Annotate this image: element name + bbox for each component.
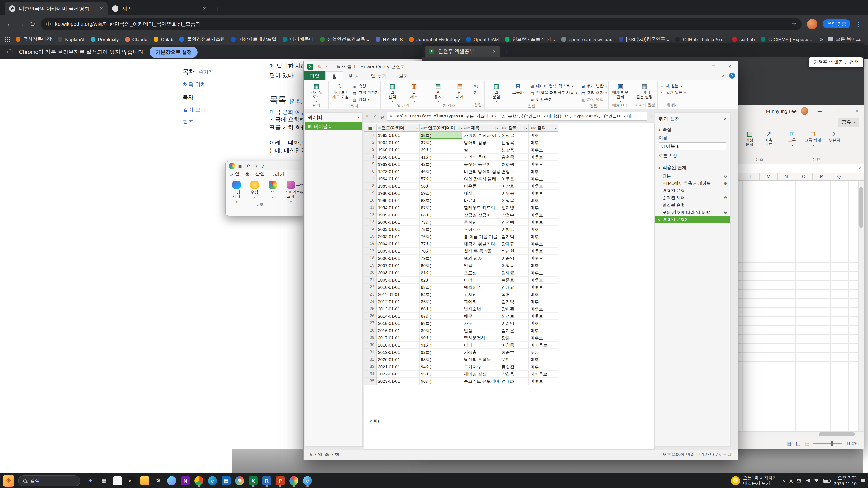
paint-menu-item[interactable]: 파일 <box>230 171 240 177</box>
applied-step[interactable]: HTML에서 추출된 테이블 ⚙ <box>655 180 730 187</box>
data-source-settings-button[interactable]: ▦데이터 원본 설정 <box>634 82 655 99</box>
bookmark-item[interactable]: HYDRUS <box>372 35 406 43</box>
formula-confirm-icon[interactable]: ✓ <box>372 114 378 119</box>
normal-view-icon[interactable]: ▦ <box>787 440 792 446</box>
manage-button[interactable]: ▥관리▾ <box>352 97 379 103</box>
quick-access-dropdown-icon[interactable]: ∨ <box>261 163 264 168</box>
bookmark-item[interactable]: OpenFOAM <box>463 35 502 43</box>
table-row[interactable]: 2 1964-01-01 37회) 벙어리 삼룡 신상옥 미후보 <box>364 139 558 147</box>
copilot-icon[interactable] <box>165 474 178 487</box>
table-row[interactable]: 26 2014-01-01 87회) 해무 심성보 미후보 <box>364 313 558 320</box>
table-row[interactable]: 32 2020-01-01 93회) 남산의 부장들 우민호 미후보 <box>364 356 558 363</box>
column-header[interactable]: P <box>813 173 831 180</box>
step-settings-gear-icon[interactable]: ⚙ <box>724 210 727 215</box>
ungroup-button[interactable]: ⊟그룹 해제▾ <box>802 130 824 147</box>
advanced-editor-button[interactable]: ▦고급 편집기 <box>352 90 379 96</box>
filter-dropdown-icon[interactable]: ▾ <box>495 126 498 129</box>
maximize-icon[interactable]: ▢ <box>705 61 721 71</box>
table-row[interactable]: 6 1973-01-01 46회) 비련의 벙어리 삼룡 변장호 미후보 <box>364 168 558 175</box>
paint-menu-item[interactable]: 홈 <box>245 171 250 177</box>
volume-icon[interactable] <box>805 479 810 483</box>
recent-sources-button[interactable]: ↻최근 원본▾ <box>659 90 686 96</box>
column-header[interactable]: O <box>795 173 813 180</box>
table-row[interactable]: 27 2015-01-01 88회) 사도 이준익 미후보 <box>364 320 558 327</box>
bookmark-item[interactable]: 기상자료개방포털 <box>228 35 280 43</box>
wiki-link[interactable]: 영화 예술 <box>282 109 307 115</box>
bookmarks-overflow-icon[interactable]: » <box>818 36 825 42</box>
all-bookmarks-button[interactable]: 모든 북마크 <box>828 36 864 42</box>
table-row[interactable]: 18 2006-01-01 79회) 왕의 남자 이준익 미후보 <box>364 255 558 262</box>
applied-step[interactable]: 승격된 헤더 ⚙ <box>655 194 730 201</box>
tab-close-icon[interactable]: ✕ <box>100 6 103 11</box>
edge-beta-icon[interactable]: e <box>301 474 314 487</box>
step-settings-gear-icon[interactable]: ⚙ <box>724 181 727 186</box>
powerpoint-icon[interactable]: P <box>274 474 287 487</box>
panel-close-icon[interactable]: ✕ <box>723 117 726 121</box>
column-header-cell[interactable]: ABC 제목 ▾ <box>463 124 500 132</box>
paint-menu-item[interactable]: 그리기 <box>270 171 284 177</box>
minimize-icon[interactable]: — <box>689 61 705 71</box>
weather-widget-icon[interactable]: ☀ <box>3 475 14 486</box>
terminal-icon[interactable]: >_ <box>125 474 137 487</box>
table-row[interactable]: 23 2011-01-01 84회) 고지전 장훈 미후보 <box>364 291 558 298</box>
pane-collapse-icon[interactable]: ‹ <box>358 115 360 120</box>
paint-icon[interactable] <box>287 474 300 487</box>
merge-queries-button[interactable]: ⊞쿼리 병합▾ <box>580 83 607 90</box>
table-row[interactable]: 13 2000-01-01 73회) 춘향뎐 임권택 미후보 <box>364 219 558 226</box>
table-row[interactable]: 14 2002-01-01 75회) 오아시스 이창동 미후보 <box>364 226 558 233</box>
bookmark-item[interactable]: 나라배움터 <box>280 35 317 43</box>
table-row[interactable]: 25 2013-01-01 86회) 범죄소년 강이관 미후보 <box>364 305 558 313</box>
properties-section-header[interactable]: ▴속성 <box>655 125 730 134</box>
toc-item[interactable]: 처음 위치 <box>183 81 213 89</box>
split-column-button[interactable]: ▥열 분할▾ <box>486 82 507 103</box>
page-layout-view-icon[interactable]: ▢ <box>796 440 801 446</box>
share-button[interactable]: 공유▾ <box>837 118 860 127</box>
bookmark-item[interactable]: 산업안전보건교육... <box>317 35 373 43</box>
formula-expand-icon[interactable]: ∨ <box>648 114 655 118</box>
toc-item[interactable]: 같이 보기 <box>183 106 213 114</box>
table-row[interactable]: 31 2019-01-01 92회) 기생충 봉준호 수상 <box>364 349 558 356</box>
battery-icon[interactable] <box>823 479 830 482</box>
new-source-button[interactable]: +새 원본▾ <box>659 83 686 90</box>
undo-icon[interactable]: ↶ <box>246 163 250 168</box>
rstudio-icon[interactable]: R <box>260 474 273 487</box>
ime-english-indicator[interactable]: A <box>789 478 793 483</box>
table-row[interactable]: 11 1994-01-01 67회) 헐리우드 키드의 ... 정지영 미후보 <box>364 204 558 212</box>
excel-horizontal-scrollbar[interactable] <box>738 431 864 437</box>
data-type-button[interactable]: ▦데이터 형식: 텍스트▾ <box>529 83 577 90</box>
browser-menu-icon[interactable]: ⋮ <box>856 21 862 27</box>
settings-icon[interactable]: ⚙ <box>152 474 164 487</box>
zoom-level[interactable]: 100% <box>846 441 859 446</box>
delete-step-icon[interactable]: ✕ <box>657 218 661 222</box>
file-explorer-icon[interactable] <box>138 474 151 487</box>
table-row[interactable]: 12 1995-01-01 68회) 삼공일 삼공이 박철수 미후보 <box>364 212 558 219</box>
bookmark-item[interactable]: GitHub - helske/se... <box>673 35 729 43</box>
feedback-smiley-icon[interactable]: ☺ <box>316 63 322 70</box>
back-icon[interactable]: ← <box>6 20 13 28</box>
table-row[interactable]: 3 1966-01-01 39회) 쌀 신상옥 미후보 <box>364 147 558 154</box>
column-header-cell[interactable]: ABC 감독 ▾ <box>500 124 529 132</box>
chrome-icon[interactable] <box>193 474 205 487</box>
pq-menu-tab[interactable]: 홈 <box>326 71 343 80</box>
edit-link[interactable]: [편집] <box>290 98 303 103</box>
table-row[interactable]: 29 2017-01-01 90회) 택시운전사 장훈 미후보 <box>364 334 558 341</box>
taskbar-search[interactable]: 검색 <box>18 475 81 486</box>
bookmark-item[interactable]: Journal of Hydrology <box>406 35 463 43</box>
table-row[interactable]: 7 1984-01-01 57회) 여인 잔혹사 물레... 이두용 미후보 <box>364 175 558 183</box>
new-doc-tab-button[interactable]: + <box>505 48 508 55</box>
excel-user-avatar[interactable] <box>801 107 808 115</box>
sort-ascending-button[interactable]: A↓ <box>473 83 479 90</box>
combine-files-button[interactable]: ▣파일 병합 <box>580 97 607 103</box>
toc-item[interactable]: 목차 <box>183 94 213 101</box>
refresh-preview-button[interactable]: ↻미리 보기 새로 고침 <box>330 82 351 99</box>
table-row[interactable]: 1 1962-01-01 35회) 사랑방 손님과 어... 신상옥 미후보 <box>364 132 558 139</box>
excel-grid[interactable] <box>738 181 864 431</box>
step-settings-gear-icon[interactable]: ⚙ <box>724 196 727 200</box>
subtotal-button[interactable]: Σ부분합 <box>825 130 844 143</box>
bookmark-item[interactable]: openFoamDownload <box>558 35 616 43</box>
address-bar[interactable]: ⓘ ko.wikipedia.org/wiki/대한민국의_아카데미_국제영화상… <box>40 18 802 30</box>
paint-ribbon-button[interactable]: 색 ▾ <box>265 181 281 203</box>
notepad-icon[interactable]: ≡ <box>111 474 124 487</box>
toc-item[interactable]: 각주 <box>183 119 213 127</box>
column-header[interactable]: N <box>778 173 795 180</box>
